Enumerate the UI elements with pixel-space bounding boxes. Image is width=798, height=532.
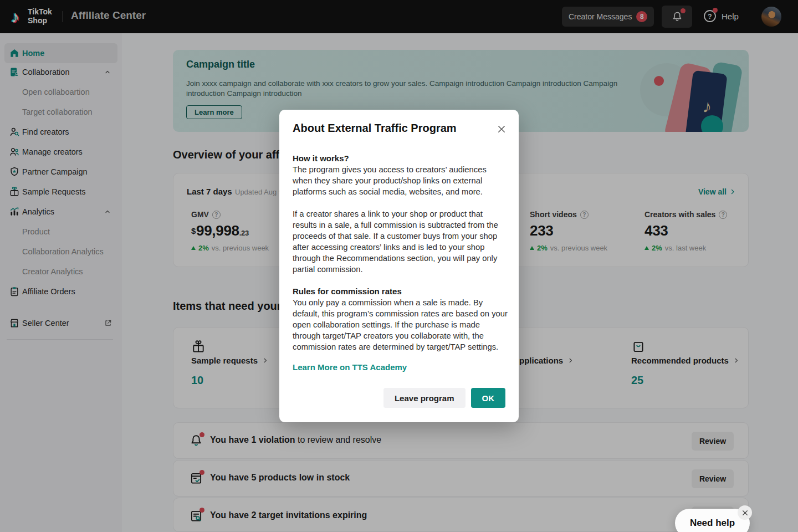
how-it-works-p2: If a creator shares a link to your shop … (293, 208, 508, 275)
modal-title: About External Traffic Program (293, 122, 457, 135)
need-help-close-icon[interactable] (738, 505, 752, 520)
rules-heading: Rules for commission rates (293, 286, 508, 297)
tts-academy-link[interactable]: Learn More on TTS Academy (293, 362, 407, 372)
how-it-works-heading: How it works? (293, 153, 508, 164)
modal-actions: Leave program OK (383, 388, 505, 408)
how-it-works-p1: The program gives you access to creators… (293, 164, 508, 197)
ok-button[interactable]: OK (471, 388, 506, 408)
modal-body: How it works? The program gives you acce… (293, 153, 508, 364)
external-traffic-modal: About External Traffic Program How it wo… (279, 110, 519, 422)
close-icon[interactable] (497, 124, 507, 134)
rules-p1: You only pay a commission when a sale is… (293, 297, 508, 352)
leave-program-button[interactable]: Leave program (383, 388, 466, 408)
